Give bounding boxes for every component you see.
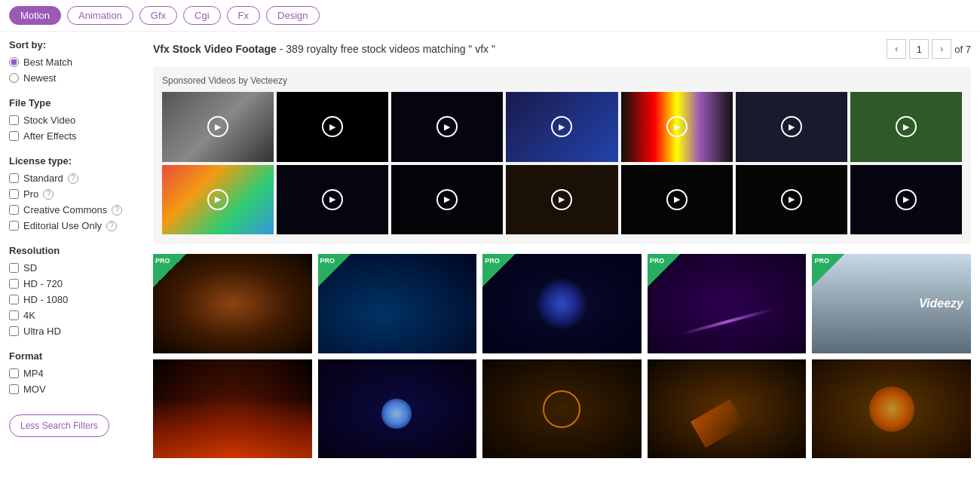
license-label: License type: — [9, 155, 141, 167]
play-icon-13: ▶ — [781, 189, 802, 210]
format-options: MP4 MOV — [9, 368, 141, 395]
sponsored-grid-row2: ▶ ▶ ▶ ▶ ▶ ▶ ▶ — [162, 165, 962, 235]
sidebar: Sort by: Best Match Newest File Type Sto… — [9, 39, 141, 464]
play-icon-5: ▶ — [666, 116, 688, 137]
play-icon-4: ▶ — [551, 116, 572, 137]
pro-badge-3: PRO — [485, 257, 500, 264]
play-icon-6: ▶ — [781, 116, 802, 137]
editorial-help-icon[interactable]: ? — [106, 221, 117, 231]
search-result-title: Vfx Stock Video Footage - 389 royalty fr… — [153, 43, 495, 55]
sponsored-thumb-14[interactable]: ▶ — [850, 165, 962, 235]
next-page-button[interactable]: › — [932, 39, 951, 59]
result-description: - 389 royalty free stock videos matching… — [280, 43, 495, 55]
video-card-3[interactable]: PRO — [482, 254, 642, 353]
license-section: License type: Standard ? Pro ? Creative … — [9, 155, 141, 231]
video-card-5[interactable]: PRO Videezy — [812, 254, 971, 353]
sort-best-match[interactable]: Best Match — [9, 57, 141, 68]
nav-fx[interactable]: Fx — [227, 6, 260, 25]
res-ultrahd[interactable]: Ultra HD — [9, 326, 141, 337]
play-icon-3: ▶ — [436, 116, 458, 137]
play-icon-14: ▶ — [896, 189, 917, 210]
total-pages: of 7 — [954, 44, 971, 55]
nav-gfx[interactable]: Gfx — [139, 6, 177, 25]
pro-badge-5: PRO — [814, 257, 829, 264]
prev-page-button[interactable]: ‹ — [887, 39, 906, 59]
license-options: Standard ? Pro ? Creative Commons ? Edit… — [9, 173, 141, 231]
play-icon-9: ▶ — [322, 189, 343, 210]
play-icon-12: ▶ — [666, 189, 688, 210]
sponsored-thumb-5[interactable]: ▶ — [621, 92, 733, 162]
res-hd720[interactable]: HD - 720 — [9, 278, 141, 289]
video-card-10[interactable] — [812, 359, 971, 459]
video-card-9[interactable] — [648, 359, 807, 459]
play-icon-8: ▶ — [207, 189, 228, 210]
sponsored-section: Sponsored Videos by Vecteezy ▶ ▶ ▶ ▶ ▶ — [153, 66, 971, 243]
file-type-after-effects[interactable]: After Effects — [9, 130, 141, 142]
res-sd[interactable]: SD — [9, 262, 141, 274]
nav-design[interactable]: Design — [266, 6, 319, 25]
pagination: ‹ 1 › of 7 — [887, 39, 971, 59]
main-video-grid-row2 — [153, 359, 971, 459]
sponsored-thumb-12[interactable]: ▶ — [621, 165, 733, 235]
pro-badge-4: PRO — [650, 257, 665, 264]
sponsored-thumb-4[interactable]: ▶ — [506, 92, 617, 162]
sponsored-thumb-2[interactable]: ▶ — [277, 92, 388, 162]
resolution-section: Resolution SD HD - 720 HD - 1080 4K — [9, 245, 141, 337]
video-card-6[interactable] — [153, 359, 312, 459]
cc-help-icon[interactable]: ? — [112, 205, 122, 216]
pro-badge-1: PRO — [155, 257, 170, 264]
sponsored-thumb-8[interactable]: ▶ — [162, 165, 274, 235]
sponsored-thumb-9[interactable]: ▶ — [277, 165, 388, 235]
video-card-2[interactable]: PRO — [318, 254, 477, 353]
video-card-7[interactable] — [318, 359, 477, 459]
res-hd1080[interactable]: HD - 1080 — [9, 294, 141, 305]
current-page: 1 — [909, 39, 929, 59]
video-card-8[interactable] — [482, 359, 642, 459]
sort-options: Best Match Newest — [9, 57, 141, 84]
sponsored-thumb-11[interactable]: ▶ — [506, 165, 617, 235]
title-text: Vfx Stock Video Footage — [153, 43, 277, 55]
play-icon-11: ▶ — [551, 189, 572, 210]
sponsored-thumb-13[interactable]: ▶ — [736, 165, 847, 235]
nav-cgi[interactable]: Cgi — [183, 6, 221, 25]
format-section: Format MP4 MOV — [9, 350, 141, 395]
license-standard[interactable]: Standard ? — [9, 173, 141, 184]
file-type-options: Stock Video After Effects — [9, 115, 141, 142]
standard-help-icon[interactable]: ? — [68, 173, 78, 184]
sponsored-thumb-3[interactable]: ▶ — [391, 92, 503, 162]
top-navigation: Motion Animation Gfx Cgi Fx Design — [0, 0, 980, 32]
format-mp4[interactable]: MP4 — [9, 368, 141, 379]
video-card-1[interactable]: PRO — [153, 254, 312, 353]
sponsored-thumb-1[interactable]: ▶ — [162, 92, 274, 162]
sponsored-thumb-7[interactable]: ▶ — [850, 92, 962, 162]
play-icon-2: ▶ — [322, 116, 343, 137]
nav-animation[interactable]: Animation — [67, 6, 133, 25]
format-mov[interactable]: MOV — [9, 384, 141, 395]
pro-help-icon[interactable]: ? — [43, 189, 54, 200]
sponsored-grid-row1: ▶ ▶ ▶ ▶ ▶ ▶ ▶ — [162, 92, 962, 162]
resolution-label: Resolution — [9, 245, 141, 256]
pro-badge-2: PRO — [320, 257, 335, 264]
format-label: Format — [9, 350, 141, 362]
main-video-grid-row1: PRO PRO PRO PRO PRO Vid — [153, 254, 971, 353]
less-filters-button[interactable]: Less Search Filters — [9, 414, 109, 437]
play-icon-7: ▶ — [896, 116, 917, 137]
file-type-label: File Type — [9, 97, 141, 109]
main-layout: Sort by: Best Match Newest File Type Sto… — [0, 32, 980, 472]
res-4k[interactable]: 4K — [9, 310, 141, 321]
file-type-stock-video[interactable]: Stock Video — [9, 115, 141, 126]
sort-newest[interactable]: Newest — [9, 72, 141, 84]
license-editorial[interactable]: Editorial Use Only ? — [9, 220, 141, 231]
videezy-watermark: Videezy — [919, 297, 963, 310]
sort-section: Sort by: Best Match Newest — [9, 39, 141, 84]
license-creative-commons[interactable]: Creative Commons ? — [9, 204, 141, 216]
video-card-4[interactable]: PRO — [648, 254, 807, 353]
content-area: Vfx Stock Video Footage - 389 royalty fr… — [153, 39, 971, 464]
sponsored-thumb-6[interactable]: ▶ — [736, 92, 847, 162]
content-header: Vfx Stock Video Footage - 389 royalty fr… — [153, 39, 971, 59]
sponsored-thumb-10[interactable]: ▶ — [391, 165, 503, 235]
resolution-options: SD HD - 720 HD - 1080 4K Ultra HD — [9, 262, 141, 337]
license-pro[interactable]: Pro ? — [9, 188, 141, 200]
nav-motion[interactable]: Motion — [9, 6, 61, 25]
sponsored-label: Sponsored Videos by Vecteezy — [162, 75, 962, 86]
